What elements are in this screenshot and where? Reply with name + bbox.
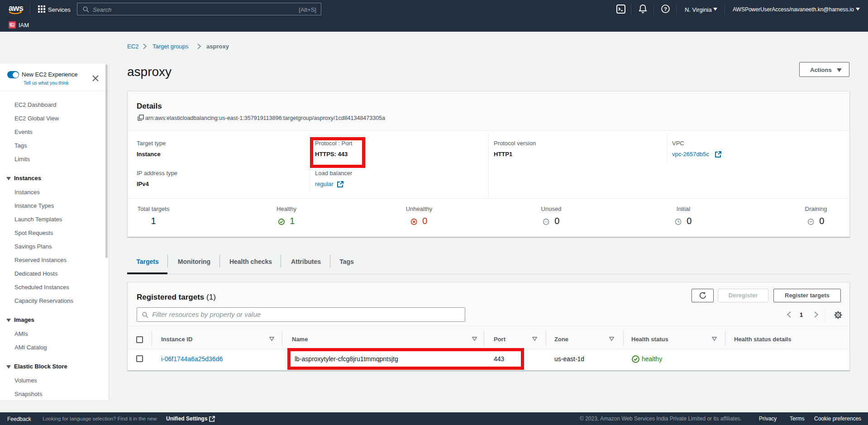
svg-text:?: ? bbox=[664, 6, 667, 12]
